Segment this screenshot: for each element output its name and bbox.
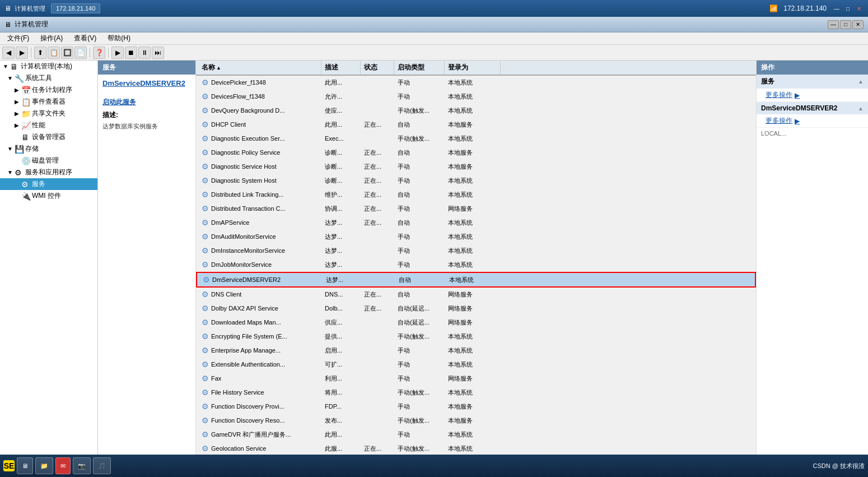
table-row[interactable]: ⚙DmServiceDMSERVER2达梦...自动本地系统 — [196, 272, 756, 288]
service-desc-cell: 达梦... — [321, 246, 361, 256]
menu-action[interactable]: 操作(A) — [35, 32, 68, 45]
sidebar-services-apps[interactable]: ▼ ⚙ 服务和应用程序 — [0, 166, 97, 178]
action-more-ops-1[interactable]: 更多操作 ▶ — [757, 89, 868, 101]
root-toggle[interactable]: ▼ — [2, 63, 9, 70]
sidebar-storage[interactable]: ▼ 💾 存储 — [0, 143, 97, 155]
task-label: 任务计划程序 — [32, 85, 72, 95]
col-header-startup[interactable]: 启动类型 — [394, 61, 445, 75]
forward-button[interactable]: ▶ — [16, 47, 28, 59]
col-header-login[interactable]: 登录为 — [445, 61, 501, 75]
table-row[interactable]: ⚙Geolocation Service此服...正在...手动(触发...本地… — [196, 442, 756, 455]
table-row[interactable]: ⚙DevicesFlow_f1348允许...手动本地系统 — [196, 90, 756, 104]
table-row[interactable]: ⚙Diagnostic Service Host诊断...正在...手动本地服务 — [196, 160, 756, 174]
taskbar-music-icon: 🎵 — [98, 462, 106, 470]
sidebar-shared-folders[interactable]: ▶ 📁 共享文件夹 — [0, 108, 97, 119]
table-row[interactable]: ⚙DevQuery Background D...使应...手动(触发...本地… — [196, 104, 756, 118]
table-row[interactable]: ⚙Distributed Transaction C...协调...正在...手… — [196, 202, 756, 216]
table-row[interactable]: ⚙DNS ClientDNS...正在...自动网络服务 — [196, 288, 756, 302]
table-row[interactable]: ⚙Encrypting File System (E...提供...手动(触发.… — [196, 330, 756, 344]
pause-button[interactable]: ⏸ — [138, 47, 151, 59]
button4[interactable]: 📄 — [74, 47, 87, 59]
table-row[interactable]: ⚙Function Discovery Provi...FDP...手动本地服务 — [196, 400, 756, 414]
table-row[interactable]: ⚙Extensible Authentication...可扩...手动本地系统 — [196, 358, 756, 372]
sidebar-disk-mgmt[interactable]: 💿 磁盘管理 — [0, 155, 97, 166]
minimize-button[interactable]: — — [832, 4, 841, 13]
col-header-desc[interactable]: 描述 — [321, 61, 361, 75]
perf-toggle[interactable]: ▶ — [13, 122, 20, 129]
service-desc-cell: FDP... — [321, 402, 361, 411]
main-area: ▼ 🖥 计算机管理(本地) ▼ 🔧 系统工具 ▶ 📅 任务计划程序 ▶ 📋 事件… — [0, 61, 868, 455]
close-button[interactable]: ✕ — [855, 4, 864, 13]
table-row[interactable]: ⚙File History Service将用...手动(触发...本地系统 — [196, 386, 756, 400]
col-header-name[interactable]: 名称 ▲ — [198, 61, 321, 75]
taskbar-folder[interactable]: 📁 — [35, 457, 53, 474]
stop-button[interactable]: ⏹ — [125, 47, 137, 59]
service-name-cell: ⚙DmJobMonitorService — [198, 259, 321, 270]
back-button[interactable]: ◀ — [2, 47, 15, 59]
app-minimize-button[interactable]: — — [828, 20, 839, 29]
sidebar-services[interactable]: ⚙ 服务 — [0, 178, 97, 190]
service-startup-cell: 手动(触发... — [394, 387, 445, 398]
service-desc-cell: 诊断... — [321, 147, 361, 158]
task-toggle[interactable]: ▶ — [13, 87, 20, 94]
show-hide-button[interactable]: 📋 — [48, 47, 60, 59]
table-row[interactable]: ⚙Diagnostic Execution Ser...Exec...手动(触发… — [196, 132, 756, 146]
table-row[interactable]: ⚙DmInstanceMonitorService达梦...手动本地系统 — [196, 244, 756, 258]
table-row[interactable]: ⚙GameDVR 和广播用户服务...此用...手动本地系统 — [196, 428, 756, 442]
sa-toggle[interactable]: ▼ — [7, 169, 13, 176]
sidebar-event-viewer[interactable]: ▶ 📋 事件查看器 — [0, 96, 97, 108]
service-desc-cell: 启用... — [321, 345, 361, 356]
up-button[interactable]: ⬆ — [34, 47, 46, 59]
app-maximize-button[interactable]: □ — [840, 20, 851, 29]
storage-toggle[interactable]: ▼ — [7, 146, 13, 152]
menu-file[interactable]: 文件(F) — [2, 32, 34, 45]
table-row[interactable]: ⚙Distributed Link Tracking...维护...正在...自… — [196, 188, 756, 202]
action-more-ops-2[interactable]: 更多操作 ▶ — [757, 114, 868, 127]
sidebar-wmi[interactable]: 🔌 WMI 控件 — [0, 190, 97, 202]
app-close-button[interactable]: ✕ — [852, 20, 864, 29]
shared-toggle[interactable]: ▶ — [13, 110, 20, 117]
table-row[interactable]: ⚙DHCP Client此用...正在...自动本地服务 — [196, 118, 756, 132]
wmi-label: WMI 控件 — [32, 191, 61, 201]
taskbar-se-icon[interactable]: SE — [3, 460, 15, 471]
taskbar-music[interactable]: 🎵 — [93, 457, 111, 474]
maximize-button[interactable]: □ — [843, 4, 852, 13]
sidebar-device-manager[interactable]: 🖥 设备管理器 — [0, 131, 97, 143]
table-row[interactable]: ⚙DmJobMonitorService达梦...手动本地系统 — [196, 258, 756, 272]
sidebar-performance[interactable]: ▶ 📈 性能 — [0, 119, 97, 131]
restart-button[interactable]: ⏭ — [152, 47, 164, 59]
col-header-status[interactable]: 状态 — [361, 61, 394, 75]
table-row[interactable]: ⚙DmAPService达梦...正在...自动本地系统 — [196, 216, 756, 230]
sidebar-system-tools[interactable]: ▼ 🔧 系统工具 — [0, 72, 97, 84]
service-name-text: Function Discovery Reso... — [211, 417, 284, 424]
start-service-link[interactable]: 启动此服务 — [102, 98, 191, 107]
signal-icon: 📶 — [769, 4, 778, 12]
menu-view[interactable]: 查看(V) — [69, 32, 101, 45]
menu-help[interactable]: 帮助(H) — [102, 32, 136, 45]
sidebar-root[interactable]: ▼ 🖥 计算机管理(本地) — [0, 61, 97, 72]
table-row[interactable]: ⚙Function Discovery Reso...发布...手动(触发...… — [196, 414, 756, 428]
info-service-name[interactable]: DmServiceDMSERVER2 — [102, 79, 191, 87]
system-tools-toggle[interactable]: ▼ — [7, 75, 13, 82]
table-row[interactable]: ⚙Downloaded Maps Man...供应...自动(延迟...网络服务 — [196, 316, 756, 330]
button3[interactable]: 🔲 — [61, 47, 73, 59]
service-startup-cell: 手动 — [394, 91, 445, 102]
event-toggle[interactable]: ▶ — [13, 99, 20, 105]
remote-tab[interactable]: 172.18.21.140 — [51, 3, 100, 13]
play-button[interactable]: ▶ — [111, 47, 124, 59]
service-status-cell — [361, 419, 394, 422]
taskbar-camera[interactable]: 📷 — [73, 457, 91, 474]
table-row[interactable]: ⚙Fax利用...手动网络服务 — [196, 372, 756, 386]
help-button[interactable]: ❓ — [93, 47, 105, 59]
disk-label: 磁盘管理 — [32, 156, 59, 165]
table-row[interactable]: ⚙Dolby DAX2 API ServiceDolb...正在...自动(延迟… — [196, 302, 756, 316]
sidebar-task-scheduler[interactable]: ▶ 📅 任务计划程序 — [0, 84, 97, 96]
taskbar-mail[interactable]: ✉ — [55, 457, 71, 474]
taskbar-computer[interactable]: 🖥 — [17, 457, 33, 474]
table-row[interactable]: ⚙Diagnostic Policy Service诊断...正在...自动本地… — [196, 146, 756, 160]
table-row[interactable]: ⚙Enterprise App Manage...启用...手动本地系统 — [196, 344, 756, 358]
action-section-server2: DmServiceDMSERVER2 ▲ 更多操作 ▶ — [757, 102, 868, 128]
table-row[interactable]: ⚙DevicePicker_f1348此用...手动本地系统 — [196, 76, 756, 90]
table-row[interactable]: ⚙DmAuditMonitorService达梦...手动本地系统 — [196, 230, 756, 244]
table-row[interactable]: ⚙Diagnostic System Host诊断...正在...手动本地系统 — [196, 174, 756, 188]
